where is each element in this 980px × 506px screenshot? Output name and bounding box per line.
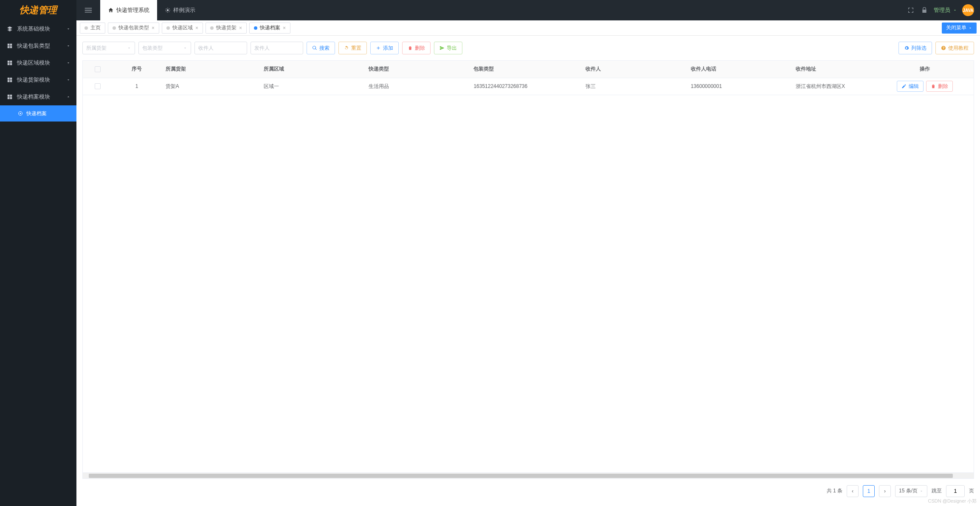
filter-sender-input[interactable] [251, 42, 303, 54]
sidebar-sub-label: 快递档案 [26, 110, 47, 117]
pager-size-select[interactable]: 15 条/页 [895, 485, 927, 497]
gear-icon [904, 45, 909, 51]
sidebar-item-archive[interactable]: 快递档案模块 [0, 88, 76, 105]
sidebar-item-shelf[interactable]: 快递货架模块 [0, 71, 76, 88]
tab-close-button[interactable]: × [152, 25, 155, 31]
scrollbar-thumb[interactable] [89, 474, 953, 478]
tab-close-button[interactable]: × [239, 25, 242, 31]
pager-prev[interactable]: ‹ [847, 485, 859, 497]
header-right: 管理员 JAVA [907, 4, 980, 16]
tab-home[interactable]: 主页 [80, 23, 105, 34]
tab-dot-icon [166, 26, 170, 30]
tab-dot-icon [254, 26, 257, 30]
filter-receiver-input[interactable] [194, 42, 247, 54]
sidebar-item-label: 快递档案模块 [17, 93, 50, 101]
column-filter-button[interactable]: 列筛选 [898, 42, 932, 54]
sidebar-item-system-base[interactable]: 系统基础模块 [0, 20, 76, 37]
row-edit-button[interactable]: 编辑 [897, 81, 924, 92]
pagination: 共 1 条 ‹ 1 › 15 条/页 跳至 页 [82, 481, 974, 500]
pager-size-label: 15 条/页 [899, 487, 918, 495]
button-label: 添加 [383, 45, 393, 52]
sender-field[interactable] [254, 45, 299, 51]
tab-label: 快递区域 [172, 24, 193, 31]
watermark: CSDN @Designer 小郑 [928, 498, 977, 504]
th-type: 快递类型 [364, 61, 469, 78]
cell-pack: 1635122440273268736 [469, 78, 581, 95]
sidebar-item-area[interactable]: 快递区域模块 [0, 54, 76, 71]
sidebar-item-label: 快递包装类型 [17, 42, 50, 50]
tab-area[interactable]: 快递区域 × [162, 23, 203, 34]
chevron-down-icon [919, 489, 924, 493]
tabs-row: 主页 快递包装类型 × 快递区域 × 快递货架 × [76, 20, 980, 36]
tab-shelf[interactable]: 快递货架 × [206, 23, 247, 34]
edit-icon [901, 84, 907, 89]
pager-goto-input[interactable] [946, 485, 965, 497]
horizontal-scrollbar[interactable] [82, 473, 974, 479]
tab-dot-icon [210, 26, 214, 30]
export-button[interactable]: 导出 [434, 42, 462, 54]
svg-point-0 [167, 9, 169, 11]
sidebar-item-package-type[interactable]: 快递包装类型 [0, 37, 76, 54]
filter-shelf-select[interactable]: 所属货架 [82, 42, 135, 54]
delete-button[interactable]: 删除 [402, 42, 431, 54]
pager-unit: 页 [969, 487, 974, 495]
sidebar-item-label: 系统基础模块 [17, 25, 50, 33]
sidebar-sub-archive[interactable]: 快递档案 [0, 105, 76, 122]
nav-system[interactable]: 快递管理系统 [100, 0, 157, 20]
pager-page-1[interactable]: 1 [863, 485, 875, 497]
cell-recv: 张三 [581, 78, 686, 95]
cell-shelf: 货架A [161, 78, 259, 95]
tab-label: 快递货架 [216, 24, 237, 31]
content: 所属货架 包装类型 搜索 重置 [76, 36, 980, 506]
target-icon [18, 111, 23, 116]
tutorial-button[interactable]: 使用教程 [935, 42, 974, 54]
sidebar: 系统基础模块 快递包装类型 快递区域模块 快递货架模块 快递档案模块 [0, 20, 76, 506]
table-header-row: 序号 所属货架 所属区域 快递类型 包装类型 收件人 收件人电话 收件地址 操作 [83, 61, 974, 78]
table-row: 1 货架A 区域一 生活用品 1635122440273268736 张三 13… [83, 78, 974, 95]
chevron-down-icon [127, 46, 131, 50]
button-label: 编辑 [909, 83, 919, 90]
chevron-down-icon [66, 27, 70, 31]
tab-archive[interactable]: 快递档案 × [249, 23, 290, 34]
search-icon [312, 45, 317, 51]
filter-pack-select[interactable]: 包装类型 [138, 42, 191, 54]
cell-phone: 13600000001 [687, 78, 791, 95]
toolbar: 所属货架 包装类型 搜索 重置 [82, 42, 974, 54]
select-all-checkbox[interactable] [95, 66, 101, 72]
avatar[interactable]: JAVA [962, 4, 974, 16]
tab-label: 快递包装类型 [118, 24, 149, 31]
tab-close-button[interactable]: × [195, 25, 198, 31]
sun-icon [165, 7, 171, 13]
add-button[interactable]: 添加 [370, 42, 399, 54]
button-label: 删除 [938, 83, 948, 90]
row-checkbox[interactable] [95, 83, 101, 89]
nav-label: 快递管理系统 [116, 6, 149, 14]
row-delete-button[interactable]: 删除 [926, 81, 953, 92]
search-button[interactable]: 搜索 [307, 42, 335, 54]
chevron-up-icon [66, 95, 70, 99]
th-recv: 收件人 [581, 61, 686, 78]
cell-index: 1 [112, 78, 161, 95]
sidebar-item-label: 快递货架模块 [17, 76, 50, 84]
lock-button[interactable] [920, 6, 929, 14]
chevron-down-icon [183, 46, 187, 50]
pager-next[interactable]: › [879, 485, 891, 497]
caret-down-icon [953, 8, 957, 12]
tab-close-button[interactable]: × [283, 25, 286, 31]
fullscreen-button[interactable] [907, 6, 915, 14]
sidebar-toggle[interactable] [76, 0, 100, 20]
nav-demo[interactable]: 样例演示 [157, 0, 203, 20]
user-menu[interactable]: 管理员 [934, 6, 957, 14]
tab-package-type[interactable]: 快递包装类型 × [108, 23, 159, 34]
sidebar-item-label: 快递区域模块 [17, 59, 50, 67]
data-table: 序号 所属货架 所属区域 快递类型 包装类型 收件人 收件人电话 收件地址 操作 [83, 61, 974, 95]
button-label: 使用教程 [948, 45, 969, 52]
button-label: 导出 [447, 45, 457, 52]
th-addr: 收件地址 [791, 61, 876, 78]
grid-icon [7, 43, 13, 49]
close-tabs-menu[interactable]: 关闭菜单 [942, 23, 977, 34]
receiver-field[interactable] [198, 45, 243, 51]
th-area: 所属区域 [259, 61, 364, 78]
th-pack: 包装类型 [469, 61, 581, 78]
reset-button[interactable]: 重置 [338, 42, 367, 54]
